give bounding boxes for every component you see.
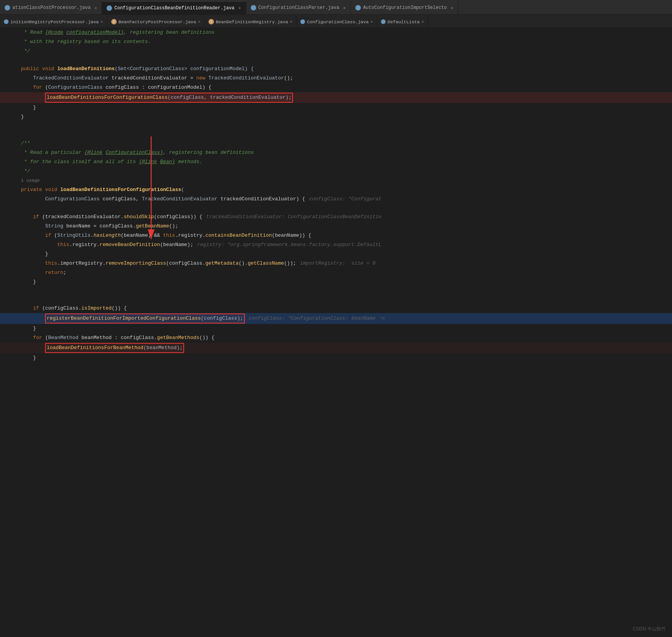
watermark: CSDN 半山惊竹 [633, 626, 666, 632]
close-icon[interactable]: ✕ [290, 19, 292, 24]
close-icon[interactable]: ✕ [198, 19, 200, 24]
tab-label: BeanDefinitionRegistry.java [216, 19, 288, 24]
code-line: if (StringUtils.hasLength(beanName) && t… [0, 231, 672, 240]
tab-label: AutoConfigurationImportSelecto [363, 5, 447, 10]
tab-icon [107, 5, 112, 11]
tab-icon [381, 19, 386, 24]
tab2-defaultlista[interactable]: DefaultLista ✕ [377, 16, 428, 28]
code-line: * Read a particular {@link Configuration… [0, 148, 672, 157]
code-editor[interactable]: * Read {@code configurationModel}, regis… [0, 28, 672, 363]
code-line [0, 56, 672, 64]
code-line: /** [0, 139, 672, 148]
tab-label: DefaultLista [388, 19, 420, 24]
tab-icon: i [208, 19, 214, 24]
tab-label: ConfigurationClassParser.java [258, 5, 339, 10]
code-line: */ [0, 46, 672, 56]
tab-icon [5, 5, 10, 10]
tab-label: initionRegistryPostProcessor.java [10, 19, 99, 24]
tab-label: ationClassPostProcessor.java [12, 5, 91, 10]
code-line: for (ConfigurationClass configClass : co… [0, 83, 672, 92]
code-line-method-decl: private void loadBeanDefinitionsForConfi… [0, 185, 672, 195]
top-tab-bar: ationClassPostProcessor.java ✕ Configura… [0, 0, 672, 15]
code-line: */ [0, 167, 672, 176]
code-line: } [0, 353, 672, 363]
tab-label: ConfigurationClass.java [307, 19, 369, 24]
close-icon[interactable]: ✕ [451, 5, 453, 10]
code-line: * Read {@code configurationModel}, regis… [0, 28, 672, 37]
code-line: this.registry.removeBeanDefinition(beanN… [0, 240, 672, 250]
code-line: ConfigurationClass configClass, TrackedC… [0, 195, 672, 204]
code-line-register: registerBeanDefinitionForImportedConfigu… [0, 313, 672, 324]
code-line: if (trackedConditionEvaluator.shouldSkip… [0, 212, 672, 222]
code-line: } [0, 277, 672, 287]
tab2-beandefinitionregistry[interactable]: i BeanDefinitionRegistry.java ✕ [205, 16, 296, 28]
close-icon[interactable]: ✕ [370, 19, 373, 24]
tab-configurationclassparser[interactable]: ConfigurationClassParser.java ✕ [246, 1, 351, 14]
tab-configurationclassbeandef[interactable]: ConfigurationClassBeanDefinitionReader.j… [102, 1, 246, 14]
code-line: if (configClass.isImported()) { [0, 304, 672, 313]
tab-ationclasspostprocessor[interactable]: ationClassPostProcessor.java ✕ [0, 1, 102, 14]
code-line: String beanName = configClass.getBeanNam… [0, 222, 672, 231]
tab-icon [355, 5, 361, 10]
tab2-beanfactorypostprocessor[interactable]: i BeanFactoryPostProcessor.java ✕ [107, 16, 205, 28]
code-line: return; [0, 268, 672, 277]
tab-autoconfigurationimport[interactable]: AutoConfigurationImportSelecto ✕ [351, 1, 458, 14]
code-line: * for the class itself and all of its {@… [0, 157, 672, 167]
close-icon[interactable]: ✕ [422, 19, 424, 24]
tab-label: BeanFactoryPostProcessor.java [119, 19, 196, 24]
code-line: this.importRegistry.removeImportingClass… [0, 259, 672, 268]
bottom-tab-bar: initionRegistryPostProcessor.java ✕ i Be… [0, 15, 672, 28]
tab2-initionregistry[interactable]: initionRegistryPostProcessor.java ✕ [0, 16, 107, 28]
tab2-configurationclass[interactable]: ConfigurationClass.java ✕ [296, 16, 377, 28]
code-line: TrackedConditionEvaluator trackedConditi… [0, 74, 672, 83]
close-icon[interactable]: ✕ [238, 5, 241, 10]
tab-icon [251, 5, 256, 10]
code-line-loadbeandef-beanmethod: loadBeanDefinitionsForBeanMethod(beanMet… [0, 343, 672, 353]
tab-icon: i [111, 19, 117, 24]
code-line [0, 130, 672, 139]
close-icon[interactable]: ✕ [343, 5, 346, 10]
tab-label: ConfigurationClassBeanDefinitionReader.j… [114, 5, 234, 11]
code-line [0, 204, 672, 212]
code-line: for (BeanMethod beanMethod : configClass… [0, 333, 672, 343]
tab-icon [300, 19, 305, 24]
code-line [0, 295, 672, 304]
code-line-highlighted-load: loadBeanDefinitionsForConfigurationClass… [0, 92, 672, 103]
close-icon[interactable]: ✕ [101, 19, 103, 24]
code-line: } [0, 112, 672, 122]
code-line [0, 287, 672, 295]
code-line: } [0, 324, 672, 333]
code-line: public void loadBeanDefinitions(Set<Conf… [0, 64, 672, 74]
code-line-usage: 1 usage [0, 176, 672, 185]
tab-icon [4, 19, 9, 24]
code-line: } [0, 103, 672, 112]
code-line: * with the registry based on its content… [0, 37, 672, 46]
close-icon[interactable]: ✕ [95, 5, 97, 10]
code-line: } [0, 250, 672, 259]
code-line [0, 122, 672, 130]
